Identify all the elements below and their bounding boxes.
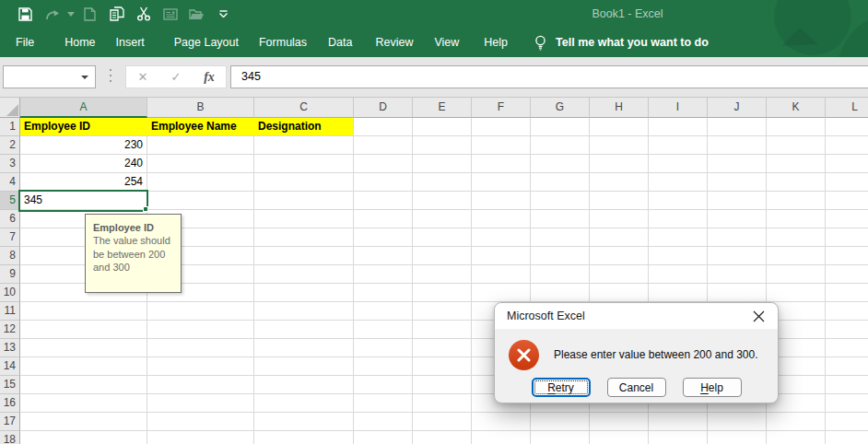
- cell-E1[interactable]: [413, 118, 472, 136]
- cell-D7[interactable]: [354, 228, 413, 247]
- name-box[interactable]: [3, 65, 96, 88]
- cancel-button[interactable]: Cancel: [607, 378, 666, 397]
- row-header-5[interactable]: 5: [0, 192, 20, 210]
- column-header-I[interactable]: I: [649, 98, 708, 118]
- customize-qat-icon[interactable]: [210, 0, 237, 28]
- cell-E8[interactable]: [413, 247, 472, 265]
- cell-G4[interactable]: [531, 173, 590, 192]
- cell-D5[interactable]: [354, 192, 413, 210]
- row-header-13[interactable]: 13: [0, 339, 20, 357]
- cell-L10[interactable]: [826, 284, 868, 302]
- cell-C11[interactable]: [254, 302, 354, 321]
- cell-L12[interactable]: [826, 321, 868, 339]
- cell-D16[interactable]: [354, 394, 413, 413]
- redo-dropdown-icon[interactable]: [65, 0, 76, 28]
- row-header-16[interactable]: 16: [0, 394, 20, 413]
- cell-C3[interactable]: [254, 155, 354, 173]
- cell-D3[interactable]: [354, 155, 413, 173]
- cell-F2[interactable]: [472, 136, 531, 155]
- cell-H4[interactable]: [590, 173, 649, 192]
- cell-D15[interactable]: [354, 376, 413, 394]
- cell-J18[interactable]: [708, 431, 767, 444]
- cell-E9[interactable]: [413, 265, 472, 284]
- cell-A4[interactable]: 254: [20, 173, 147, 192]
- cell-F5[interactable]: [472, 192, 531, 210]
- cell-J10[interactable]: [708, 284, 767, 302]
- cell-C8[interactable]: [254, 247, 354, 265]
- cell-L16[interactable]: [826, 394, 868, 413]
- cell-L15[interactable]: [826, 376, 868, 394]
- cell-B3[interactable]: [147, 155, 254, 173]
- cell-H3[interactable]: [590, 155, 649, 173]
- cell-I18[interactable]: [649, 431, 708, 444]
- row-header-8[interactable]: 8: [0, 247, 20, 265]
- redo-icon[interactable]: [39, 0, 65, 28]
- cell-F4[interactable]: [472, 173, 531, 192]
- cell-A18[interactable]: [20, 431, 147, 444]
- cell-I10[interactable]: [649, 284, 708, 302]
- cell-C5[interactable]: [254, 192, 354, 210]
- cell-E2[interactable]: [413, 136, 472, 155]
- retry-button[interactable]: Retry: [532, 378, 591, 397]
- cell-I7[interactable]: [649, 228, 708, 247]
- column-header-G[interactable]: G: [531, 98, 590, 118]
- cell-B17[interactable]: [147, 413, 254, 431]
- cell-E14[interactable]: [413, 357, 472, 376]
- cell-G17[interactable]: [531, 413, 590, 431]
- cell-H6[interactable]: [590, 210, 649, 228]
- cell-I2[interactable]: [649, 136, 708, 155]
- cell-D1[interactable]: [354, 118, 413, 136]
- cell-G3[interactable]: [531, 155, 590, 173]
- cell-J9[interactable]: [708, 265, 767, 284]
- cell-L7[interactable]: [826, 228, 868, 247]
- cell-J5[interactable]: [708, 192, 767, 210]
- cell-C6[interactable]: [254, 210, 354, 228]
- cell-A16[interactable]: [20, 394, 147, 413]
- tab-file[interactable]: File: [4, 28, 50, 57]
- cell-K6[interactable]: [767, 210, 826, 228]
- row-header-6[interactable]: 6: [0, 210, 20, 228]
- cell-J6[interactable]: [708, 210, 767, 228]
- cell-I8[interactable]: [649, 247, 708, 265]
- cell-L18[interactable]: [826, 431, 868, 444]
- cell-D17[interactable]: [354, 413, 413, 431]
- cell-E16[interactable]: [413, 394, 472, 413]
- cell-L3[interactable]: [826, 155, 868, 173]
- cancel-entry-icon[interactable]: ✕: [126, 70, 159, 84]
- cell-E6[interactable]: [413, 210, 472, 228]
- new-document-icon[interactable]: [76, 0, 103, 28]
- help-button[interactable]: Help: [683, 378, 742, 397]
- row-header-7[interactable]: 7: [0, 228, 20, 247]
- cell-B11[interactable]: [147, 302, 254, 321]
- cell-C18[interactable]: [254, 431, 354, 444]
- cell-C16[interactable]: [254, 394, 354, 413]
- cell-J2[interactable]: [708, 136, 767, 155]
- cell-B14[interactable]: [147, 357, 254, 376]
- column-header-K[interactable]: K: [767, 98, 826, 118]
- cell-J3[interactable]: [708, 155, 767, 173]
- cell-C14[interactable]: [254, 357, 354, 376]
- row-header-12[interactable]: 12: [0, 321, 20, 339]
- column-header-F[interactable]: F: [472, 98, 531, 118]
- cell-D6[interactable]: [354, 210, 413, 228]
- cell-A11[interactable]: [20, 302, 147, 321]
- cell-C12[interactable]: [254, 321, 354, 339]
- cell-H9[interactable]: [590, 265, 649, 284]
- cell-L9[interactable]: [826, 265, 868, 284]
- cell-I4[interactable]: [649, 173, 708, 192]
- cell-K5[interactable]: [767, 192, 826, 210]
- cell-G9[interactable]: [531, 265, 590, 284]
- cell-F9[interactable]: [472, 265, 531, 284]
- cell-E4[interactable]: [413, 173, 472, 192]
- cell-F7[interactable]: [472, 228, 531, 247]
- column-header-L[interactable]: L: [826, 98, 868, 118]
- cell-I1[interactable]: [649, 118, 708, 136]
- cell-I17[interactable]: [649, 413, 708, 431]
- cell-G2[interactable]: [531, 136, 590, 155]
- cell-K7[interactable]: [767, 228, 826, 247]
- name-box-dropdown-icon[interactable]: [81, 76, 88, 79]
- cell-H18[interactable]: [590, 431, 649, 444]
- cell-J8[interactable]: [708, 247, 767, 265]
- tab-view[interactable]: View: [423, 28, 472, 57]
- cell-L13[interactable]: [826, 339, 868, 357]
